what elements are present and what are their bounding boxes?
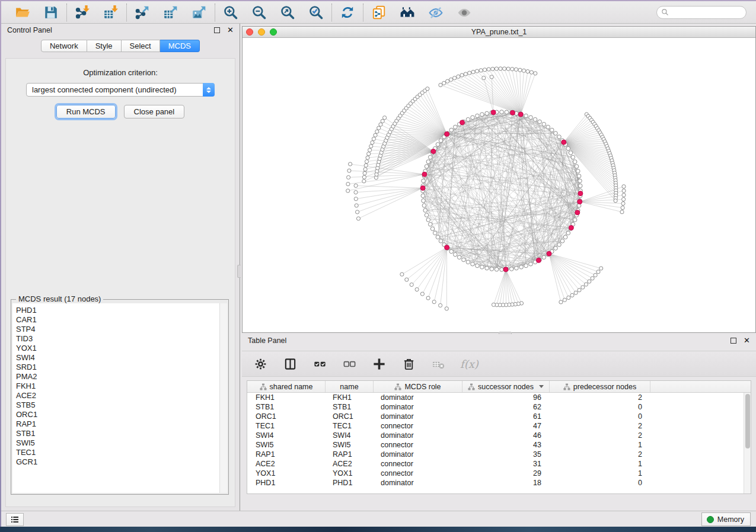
table-row[interactable]: ORC1ORC1dominator610 <box>247 412 744 421</box>
cell-predecessor-nodes: 2 <box>550 450 650 459</box>
zoom-fit-button[interactable] <box>279 4 296 21</box>
table-row[interactable]: SWI4SWI4dominator462 <box>247 431 744 440</box>
panel-menu-button[interactable] <box>6 513 24 526</box>
function-builder-button[interactable]: f(x) <box>460 356 479 371</box>
network-window-titlebar[interactable]: YPA_prune.txt_1 <box>243 27 755 38</box>
column-header-shared-name[interactable]: shared name <box>247 381 326 392</box>
duplicate-network-button[interactable] <box>371 4 387 21</box>
import-table-button[interactable] <box>103 4 119 21</box>
cell-successor-nodes: 35 <box>462 450 550 459</box>
close-panel-icon[interactable]: ✕ <box>227 27 234 33</box>
open-file-button[interactable] <box>14 4 31 21</box>
mcds-result-item[interactable]: SWI5 <box>16 438 227 448</box>
cell-name: FKH1 <box>326 393 374 402</box>
first-neighbors-button[interactable] <box>399 4 416 21</box>
cell-name: YOX1 <box>326 469 374 477</box>
table-row[interactable]: PHD1PHD1dominator180 <box>247 478 744 488</box>
cell-predecessor-nodes: 2 <box>550 393 650 402</box>
network-canvas[interactable] <box>243 38 755 332</box>
column-chooser-button[interactable] <box>282 356 298 371</box>
float-table-panel-icon[interactable] <box>731 338 736 344</box>
memory-status-icon <box>707 516 714 523</box>
scrollbar-thumb[interactable] <box>745 394 750 448</box>
deselect-all-rows-button[interactable] <box>342 356 357 371</box>
export-network-button[interactable] <box>134 4 151 21</box>
mcds-result-item[interactable]: STB1 <box>16 429 227 438</box>
float-panel-icon[interactable] <box>214 27 220 33</box>
delete-rows-button[interactable] <box>401 356 416 371</box>
close-window-icon[interactable] <box>246 28 253 36</box>
criterion-select[interactable]: largest connected component (undirected) <box>26 83 215 97</box>
search-box[interactable] <box>656 6 747 19</box>
close-table-panel-icon[interactable]: ✕ <box>744 338 750 344</box>
table-row[interactable]: RAP1RAP1dominator352 <box>247 450 744 459</box>
mcds-result-item[interactable]: ORC1 <box>16 410 227 419</box>
column-header-MCDS-role[interactable]: MCDS role <box>374 381 462 392</box>
mcds-result-item[interactable]: GCR1 <box>16 457 227 467</box>
cell-shared-name: SWI4 <box>247 431 326 440</box>
add-row-button[interactable] <box>371 356 387 371</box>
mcds-result-item[interactable]: PMA2 <box>16 372 227 382</box>
table-row[interactable]: FKH1FKH1dominator962 <box>247 393 744 402</box>
export-table-button[interactable] <box>162 4 179 21</box>
mcds-result-item[interactable]: YOX1 <box>16 344 227 353</box>
mcds-result-item[interactable]: CAR1 <box>16 315 227 325</box>
column-header-successor-nodes[interactable]: successor nodes <box>462 381 550 392</box>
delete-table-button[interactable] <box>430 356 446 371</box>
mcds-result-item[interactable]: ACE2 <box>16 391 227 400</box>
mcds-result-item[interactable]: PHD1 <box>16 306 227 315</box>
zoom-in-icon <box>223 5 238 20</box>
close-panel-button[interactable]: Close panel <box>124 105 185 118</box>
zoom-out-button[interactable] <box>251 4 267 21</box>
table-row[interactable]: SWI5SWI5connector431 <box>247 440 744 450</box>
mcds-result-item[interactable]: TID3 <box>16 334 227 344</box>
cell-name: SWI4 <box>326 431 374 440</box>
select-all-rows-button[interactable] <box>312 356 327 371</box>
mcds-result-item[interactable]: SWI4 <box>16 353 227 363</box>
desktop-wallpaper <box>0 527 756 532</box>
refresh-layout-button[interactable] <box>339 4 356 21</box>
table-scrollbar[interactable] <box>744 393 751 493</box>
save-session-button[interactable] <box>43 4 59 21</box>
hide-selected-button[interactable] <box>428 4 444 21</box>
tab-style[interactable]: Style <box>87 40 122 52</box>
cell-successor-nodes: 18 <box>462 479 550 487</box>
maximize-window-icon[interactable] <box>270 28 277 36</box>
mcds-result-item[interactable]: SRD1 <box>16 363 227 372</box>
table-row[interactable]: TEC1TEC1connector472 <box>247 421 744 431</box>
memory-button[interactable]: Memory <box>701 512 751 526</box>
mcds-result-item[interactable]: STB5 <box>16 400 227 410</box>
cell-shared-name: ACE2 <box>247 460 326 468</box>
mcds-result-item[interactable]: FKH1 <box>16 382 227 391</box>
import-network-button[interactable] <box>74 4 91 21</box>
show-all-button[interactable] <box>456 4 473 21</box>
delete-rows-icon <box>402 357 416 371</box>
control-panel-title: Control Panel <box>7 26 52 34</box>
select-all-rows-icon <box>313 357 327 371</box>
tab-select[interactable]: Select <box>122 40 160 52</box>
minimize-window-icon[interactable] <box>258 28 265 36</box>
work-area: YPA_prune.txt_1 Table Panel ✕ f(x) share… <box>241 24 756 511</box>
table-row[interactable]: STB1STB1dominator620 <box>247 402 744 412</box>
search-input[interactable] <box>671 8 742 17</box>
export-image-button[interactable] <box>191 4 208 21</box>
column-header-name[interactable]: name <box>326 381 374 392</box>
mcds-result-item[interactable]: RAP1 <box>16 419 227 429</box>
list-icon <box>10 515 20 524</box>
zoom-selected-icon <box>308 5 324 20</box>
table-row[interactable]: YOX1YOX1connector291 <box>247 469 744 478</box>
table-options-icon <box>254 357 267 371</box>
table-options-button[interactable] <box>253 356 268 371</box>
zoom-in-button[interactable] <box>222 4 239 21</box>
run-mcds-button[interactable]: Run MCDS <box>56 105 116 118</box>
mcds-result-item[interactable]: TEC1 <box>16 448 227 457</box>
table-row[interactable]: ACE2ACE2connector311 <box>247 459 744 469</box>
mcds-result-item[interactable]: STP4 <box>16 325 227 334</box>
column-header-predecessor-nodes[interactable]: predecessor nodes <box>550 381 650 392</box>
hide-selected-icon <box>428 5 444 20</box>
tab-mcds[interactable]: MCDS <box>160 40 200 52</box>
table-panel: Table Panel ✕ f(x) shared namenameMCDS r… <box>242 334 756 511</box>
tab-network[interactable]: Network <box>41 40 87 52</box>
mcds-list-scrollbar[interactable] <box>219 303 227 493</box>
zoom-selected-button[interactable] <box>308 4 324 21</box>
